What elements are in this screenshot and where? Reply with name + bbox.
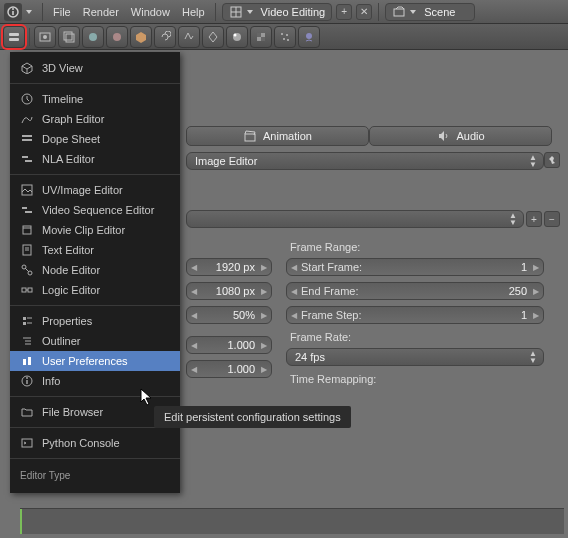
graph-icon: [20, 112, 34, 126]
chevron-down-icon: [247, 10, 253, 14]
top-menu-bar: File Render Window Help Video Editing + …: [0, 0, 568, 24]
properties-icon: [20, 314, 34, 328]
dopesheet-icon: [20, 132, 34, 146]
menu-item-dope-sheet[interactable]: Dope Sheet: [10, 129, 180, 149]
speaker-icon: [436, 130, 450, 142]
context-world-button[interactable]: [106, 26, 128, 48]
svg-rect-32: [22, 207, 27, 209]
delete-layout-button[interactable]: ✕: [356, 4, 372, 20]
nla-icon: [20, 152, 34, 166]
tab-audio[interactable]: Audio: [369, 126, 552, 146]
frame-rate-dropdown[interactable]: 24 fps▲▼: [286, 348, 544, 366]
start-frame-field[interactable]: ◀Start Frame:1▶: [286, 258, 544, 276]
separator: [10, 83, 180, 84]
svg-point-22: [283, 38, 285, 40]
scene-selector[interactable]: Scene: [385, 3, 475, 21]
clapper-icon: [243, 130, 257, 142]
menu-label: Python Console: [42, 437, 120, 449]
resolution-fields: ◀1920 px▶ ◀1080 px▶ ◀50%▶: [186, 256, 272, 328]
dimensions-accordion[interactable]: ▲▼: [186, 210, 524, 228]
context-data-button[interactable]: [202, 26, 224, 48]
menu-label: Dope Sheet: [42, 133, 100, 145]
menu-item-text-editor[interactable]: Text Editor: [10, 240, 180, 260]
properties-header-toolbar: [0, 24, 568, 50]
menu-help[interactable]: Help: [178, 6, 209, 18]
separator: [215, 3, 216, 21]
screen-layout-selector[interactable]: Video Editing: [222, 3, 333, 21]
display-mode-dropdown[interactable]: Image Editor ▲▼: [186, 152, 544, 170]
updown-icon: ▲▼: [509, 212, 517, 226]
text-icon: [20, 243, 34, 257]
cube-icon: [20, 61, 34, 75]
menu-item-video-sequence-editor[interactable]: Video Sequence Editor: [10, 200, 180, 220]
resolution-x-value: 1920 px: [216, 261, 255, 273]
context-render-layers-button[interactable]: [58, 26, 80, 48]
svg-line-41: [25, 268, 29, 272]
svg-rect-8: [9, 38, 19, 41]
separator: [42, 3, 43, 21]
display-pin: [544, 152, 560, 168]
add-layout-button[interactable]: +: [336, 4, 352, 20]
resolution-y-field[interactable]: ◀1080 px▶: [186, 282, 272, 300]
separator: [10, 174, 180, 175]
menu-item-properties[interactable]: Properties: [10, 311, 180, 331]
layout-icon: [229, 6, 243, 18]
context-constraints-button[interactable]: [154, 26, 176, 48]
expand-button[interactable]: +: [526, 211, 542, 227]
menu-item-user-preferences[interactable]: User Preferences: [10, 351, 180, 371]
menu-item-nla-editor[interactable]: NLA Editor: [10, 149, 180, 169]
context-render-button[interactable]: [34, 26, 56, 48]
collapse-button[interactable]: −: [544, 211, 560, 227]
menu-item-uv-image-editor[interactable]: UV/Image Editor: [10, 180, 180, 200]
menu-label: Logic Editor: [42, 284, 100, 296]
svg-point-20: [281, 33, 283, 35]
svg-rect-53: [28, 357, 31, 365]
pin-icon[interactable]: [544, 152, 560, 168]
chevron-down-icon[interactable]: [26, 10, 32, 14]
context-physics-button[interactable]: [298, 26, 320, 48]
info-editor-icon[interactable]: [4, 3, 22, 21]
context-particles-button[interactable]: [274, 26, 296, 48]
context-scene-button[interactable]: [82, 26, 104, 48]
aspect-y-field[interactable]: ◀1.000▶: [186, 360, 272, 378]
aspect-x-field[interactable]: ◀1.000▶: [186, 336, 272, 354]
tab-animation[interactable]: Animation: [186, 126, 369, 146]
context-object-button[interactable]: [130, 26, 152, 48]
menu-label: Node Editor: [42, 264, 100, 276]
context-material-button[interactable]: [226, 26, 248, 48]
editor-type-button[interactable]: [3, 26, 25, 48]
menu-item-node-editor[interactable]: Node Editor: [10, 260, 180, 280]
svg-rect-6: [394, 9, 404, 16]
menu-item-movie-clip-editor[interactable]: Movie Clip Editor: [10, 220, 180, 240]
svg-rect-30: [25, 160, 32, 162]
svg-rect-19: [261, 37, 265, 41]
svg-point-24: [306, 33, 312, 39]
timeline-area[interactable]: [20, 508, 564, 534]
context-texture-button[interactable]: [250, 26, 272, 48]
context-modifiers-button[interactable]: [178, 26, 200, 48]
clock-icon: [20, 92, 34, 106]
menu-item-logic-editor[interactable]: Logic Editor: [10, 280, 180, 300]
menu-item-python-console[interactable]: Python Console: [10, 433, 180, 453]
menu-file[interactable]: File: [49, 6, 75, 18]
frame-step-field[interactable]: ◀Frame Step:1▶: [286, 306, 544, 324]
aspect-y-value: 1.000: [227, 363, 255, 375]
menu-item-graph-editor[interactable]: Graph Editor: [10, 109, 180, 129]
resolution-x-field[interactable]: ◀1920 px▶: [186, 258, 272, 276]
menu-item-timeline[interactable]: Timeline: [10, 89, 180, 109]
menu-window[interactable]: Window: [127, 6, 174, 18]
svg-rect-43: [28, 288, 32, 292]
aspect-x-value: 1.000: [227, 339, 255, 351]
svg-rect-34: [23, 226, 31, 234]
preferences-icon: [20, 354, 34, 368]
menu-item-outliner[interactable]: Outliner: [10, 331, 180, 351]
scene-label: Scene: [424, 6, 455, 18]
menu-render[interactable]: Render: [79, 6, 123, 18]
menu-label: 3D View: [42, 62, 83, 74]
svg-point-2: [12, 8, 14, 10]
updown-icon: ▲▼: [529, 350, 537, 364]
menu-item-3d-view[interactable]: 3D View: [10, 58, 180, 78]
end-frame-field[interactable]: ◀End Frame:250▶: [286, 282, 544, 300]
svg-rect-11: [64, 32, 72, 40]
resolution-pct-field[interactable]: ◀50%▶: [186, 306, 272, 324]
